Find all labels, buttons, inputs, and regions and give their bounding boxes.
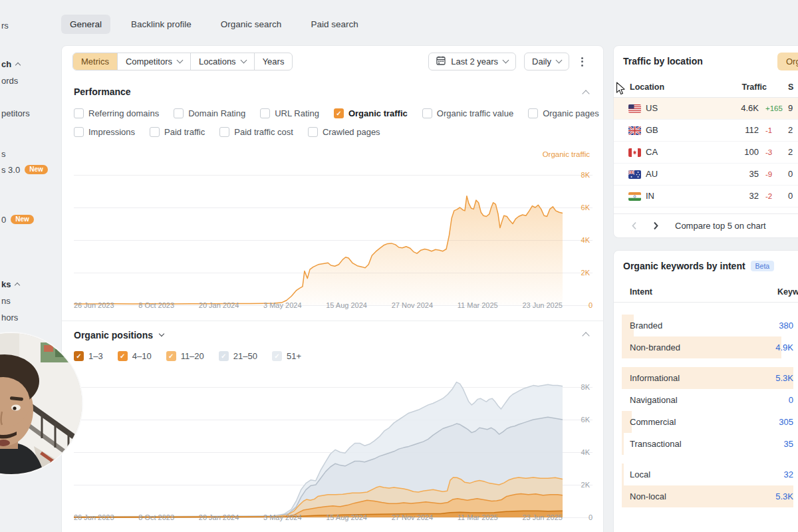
sidebar-item-label: ch [1, 59, 11, 69]
collapse-chevron-up-icon[interactable] [582, 332, 589, 339]
metric-checkbox-domain-rating[interactable]: Domain Rating [174, 108, 245, 118]
sidebar-item-fragment[interactable]: ords [1, 75, 18, 86]
intent-group: Informational5.3KNavigational0Commercial… [622, 367, 793, 455]
metric-checkbox-crawled-pages[interactable]: Crawled pages [308, 127, 380, 137]
organic-toggle-button[interactable]: Org [777, 53, 798, 70]
intent-keywords-link[interactable]: 35 [784, 439, 793, 449]
au-flag [628, 170, 641, 179]
intent-keywords-link[interactable]: 5.3K [775, 373, 793, 383]
organic-positions-chart[interactable]: 8K6K4K2K26 Jun 20238 Oct 202320 Jan 2024… [74, 387, 563, 517]
metric-checkbox-paid-traffic[interactable]: Paid traffic [150, 127, 205, 137]
intent-row-transactional[interactable]: Transactional35 [622, 433, 793, 455]
x-axis-tick-label: 20 Jan 2024 [199, 301, 239, 309]
sidebar-item-label: ks [1, 279, 11, 289]
location-row-gb[interactable]: GB112-12 [614, 120, 798, 142]
sidebar-item-fragment[interactable]: ks [1, 279, 19, 289]
segment-metrics[interactable]: Metrics [73, 53, 118, 70]
granularity-label: Daily [532, 57, 551, 66]
prev-page-chevron-icon[interactable] [626, 219, 642, 233]
tab-backlink-profile[interactable]: Backlink profile [122, 15, 200, 34]
metric-checkbox-impressions[interactable]: Impressions [74, 127, 135, 137]
in-flag [628, 192, 641, 201]
next-page-chevron-icon[interactable] [648, 219, 664, 233]
intent-row-branded[interactable]: Branded380 [622, 315, 793, 336]
organic-traffic-chart[interactable]: 8K6K4K2K26 Jun 20238 Oct 202320 Jan 2024… [74, 175, 563, 305]
metric-checkbox-organic-traffic[interactable]: Organic traffic [334, 108, 408, 118]
sidebar-item-fragment[interactable]: s [1, 148, 6, 159]
column-traffic: Traffic [714, 82, 767, 92]
unchecked-checkbox-icon [422, 108, 432, 118]
checkbox-label: 21–50 [233, 351, 257, 361]
metric-checkbox-url-rating[interactable]: URL Rating [260, 108, 319, 118]
chevron-down-icon [503, 57, 509, 64]
sidebar-item-label: hors [1, 313, 18, 323]
metric-checkbox-21-50[interactable]: 21–50 [219, 351, 257, 361]
us-flag [628, 104, 641, 113]
tab-paid-search[interactable]: Paid search [302, 15, 366, 34]
collapse-chevron-up-icon[interactable] [582, 90, 589, 97]
metric-checkbox-51-[interactable]: 51+ [272, 351, 301, 361]
sidebar-item-fragment[interactable]: ns [1, 295, 11, 306]
granularity-button[interactable]: Daily [524, 53, 569, 70]
intent-keywords-link[interactable]: 32 [784, 469, 793, 479]
x-axis-tick-label: 27 Nov 2024 [392, 301, 433, 309]
traffic-value: 112 [700, 125, 759, 135]
chart-plot[interactable] [74, 175, 563, 305]
compare-top5-link[interactable]: Compare top 5 on chart [675, 221, 766, 231]
y-axis-tick-label: 4K [560, 448, 590, 457]
intent-keywords-link[interactable]: 4.9K [775, 342, 793, 352]
intent-row-navigational[interactable]: Navigational0 [622, 389, 793, 411]
metric-checkbox-11-20[interactable]: 11–20 [166, 351, 204, 361]
metric-checkbox-1-3[interactable]: 1–3 [74, 351, 103, 361]
metric-checkbox-paid-traffic-cost[interactable]: Paid traffic cost [219, 127, 293, 137]
segment-years[interactable]: Years [255, 53, 293, 70]
sidebar-item-fragment[interactable]: hors [1, 312, 18, 323]
x-axis-tick-label: 23 Jun 2025 [522, 301, 563, 309]
sidebar-item-fragment[interactable]: ch [1, 59, 20, 69]
positions-filter-row: 1–34–1011–2021–5051+ [74, 351, 301, 361]
intent-keywords-link[interactable]: 5.3K [775, 491, 793, 501]
more-options-kebab-icon[interactable] [577, 54, 587, 70]
checkbox-label: Domain Rating [188, 108, 245, 118]
y-axis-tick-label: 8K [560, 170, 590, 180]
chevron-down-icon [240, 57, 247, 64]
chevron-down-icon[interactable] [159, 331, 164, 336]
metric-checkbox-referring-domains[interactable]: Referring domains [74, 108, 159, 118]
metric-checkbox-4-10[interactable]: 4–10 [118, 351, 152, 361]
checkbox-label: 1–3 [88, 351, 103, 361]
sidebar-item-fragment[interactable]: 0New [1, 214, 34, 225]
performance-section-title: Performance [74, 86, 131, 97]
location-row-in[interactable]: IN32-20 [614, 186, 798, 207]
tab-general[interactable]: General [61, 15, 110, 34]
share-value: 0 [788, 191, 793, 201]
intent-row-informational[interactable]: Informational5.3K [622, 367, 793, 389]
location-row-us[interactable]: US4.6K+1659 [614, 98, 798, 120]
segment-locations[interactable]: Locations [191, 53, 255, 70]
sidebar-item-fragment[interactable]: petitors [1, 108, 30, 118]
location-row-ca[interactable]: CA100-32 [614, 142, 798, 164]
x-axis-tick-label: 11 Mar 2025 [458, 301, 498, 309]
intent-keywords-link[interactable]: 380 [779, 321, 793, 331]
ca-flag [628, 148, 641, 157]
segment-competitors[interactable]: Competitors [118, 53, 191, 70]
unchecked-checkbox-icon [174, 108, 184, 118]
y-axis-tick-label: 6K [560, 203, 590, 212]
metric-checkbox-organic-traffic-value[interactable]: Organic traffic value [422, 108, 513, 118]
tab-organic-search[interactable]: Organic search [212, 15, 291, 34]
intent-row-non-branded[interactable]: Non-branded4.9K [622, 336, 793, 358]
chart-plot[interactable] [74, 387, 563, 517]
sidebar-item-fragment[interactable]: rs [1, 20, 9, 31]
location-rows: US4.6K+1659GB112-12CA100-32AU35-90IN32-2… [614, 98, 798, 207]
intent-row-non-local[interactable]: Non-local5.3K [622, 485, 793, 507]
location-row-au[interactable]: AU35-90 [614, 164, 798, 186]
date-range-button[interactable]: Last 2 years [428, 53, 516, 70]
intent-keywords-link[interactable]: 305 [779, 417, 793, 427]
metric-checkbox-organic-pages[interactable]: Organic pages [528, 108, 599, 118]
intent-row-commercial[interactable]: Commercial305 [622, 411, 793, 433]
performance-metrics-row-1: Referring domainsDomain RatingURL Rating… [74, 108, 599, 118]
x-axis-tick-label: 3 May 2024 [263, 513, 301, 521]
sidebar-item-fragment[interactable]: s 3.0New [1, 164, 48, 175]
checkbox-label: Paid traffic cost [234, 127, 293, 137]
intent-keywords-link[interactable]: 0 [789, 395, 793, 405]
intent-row-local[interactable]: Local32 [622, 464, 793, 485]
